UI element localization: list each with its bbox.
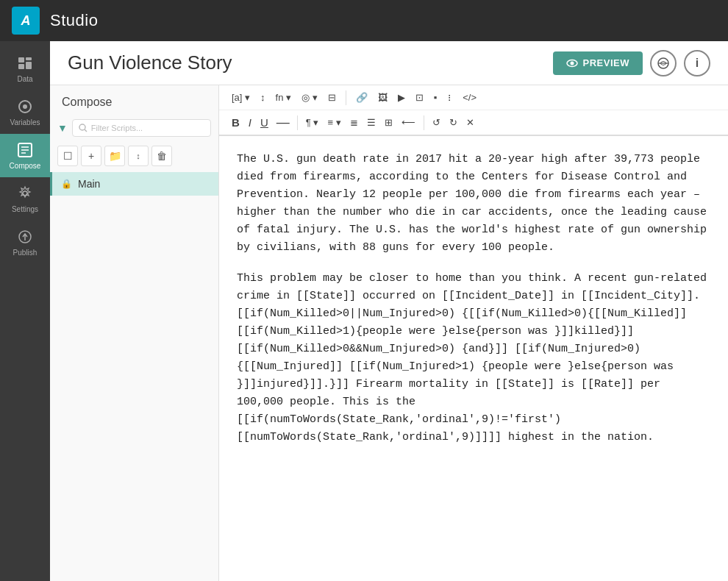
reorder-btn[interactable]: ↕ (257, 90, 269, 105)
checkbox-btn[interactable]: ☐ (57, 146, 78, 166)
svg-rect-3 (26, 62, 32, 69)
delete-script-btn[interactable]: 🗑 (151, 146, 172, 166)
sidebar-item-settings[interactable]: Settings (0, 177, 50, 221)
top-bar: A Studio (0, 0, 728, 41)
data-label: Data (17, 75, 32, 83)
image-btn[interactable]: 🖼 (374, 90, 391, 105)
function-btn[interactable]: fn ▾ (272, 90, 295, 105)
info-button[interactable]: i (684, 50, 710, 76)
sidebar-item-variables[interactable]: Variables (0, 90, 50, 134)
settings-label: Settings (12, 205, 38, 213)
content-area: Gun Violence Story PREVIEW (50, 41, 728, 581)
editor-content[interactable]: The U.S. gun death rate in 2017 hit a 20… (219, 136, 728, 581)
link-btn[interactable]: 🔗 (352, 90, 371, 105)
header-actions: PREVIEW i (553, 50, 710, 76)
svg-point-5 (23, 104, 27, 109)
share-button[interactable] (650, 50, 677, 76)
add-folder-btn[interactable]: 📁 (104, 146, 125, 166)
publish-icon (16, 228, 34, 246)
filter-placeholder: Filter Scripts... (91, 124, 143, 132)
header-bar: Gun Violence Story PREVIEW (50, 41, 728, 85)
lower-area: Compose ▼ Filter Scripts... ☐ + 📁 (50, 85, 728, 581)
data-icon (16, 54, 34, 72)
align-btn[interactable]: ≡ ▾ (324, 115, 344, 130)
list-unordered-btn[interactable]: ☰ (363, 115, 379, 130)
toolbar-sep1 (346, 90, 346, 105)
toolbar-sep3 (424, 115, 424, 130)
svg-point-17 (79, 124, 85, 130)
italic-btn[interactable]: I (245, 114, 255, 131)
filter-input-wrapper[interactable]: Filter Scripts... (72, 119, 211, 137)
script-actions: ☐ + 📁 ↕ 🗑 (50, 144, 218, 172)
add-script-btn[interactable]: + (81, 146, 101, 166)
settings-icon (16, 185, 34, 202)
redo-btn[interactable]: ↻ (446, 115, 461, 130)
code-btn[interactable]: </> (459, 90, 480, 105)
list-ordered-btn[interactable]: ≣ (346, 115, 362, 130)
preview-button[interactable]: PREVIEW (553, 51, 643, 75)
toolbar-row1: [a] ▾ ↕ fn ▾ ◎ ▾ ⊟ 🔗 🖼 ▶ ⊡ ▪ ⫶ </> (219, 85, 728, 110)
undo-btn[interactable]: ↺ (429, 115, 444, 130)
format-btn[interactable]: ◎ ▾ (298, 90, 321, 105)
toolbar-row2: B I U — ¶ ▾ ≡ ▾ ≣ ☰ ⊞ ⟵ ↺ ↻ ✕ (219, 110, 728, 136)
underline-btn[interactable]: U (257, 114, 272, 131)
info-icon: i (696, 57, 699, 70)
variables-icon (16, 98, 34, 115)
clear-formatting-btn[interactable]: ✕ (463, 115, 478, 130)
compose-icon (16, 141, 34, 159)
indent-btn[interactable]: ⊞ (381, 115, 396, 130)
variable-btn[interactable]: [a] ▾ (228, 90, 254, 105)
main-layout: Data Variables Compose (0, 41, 728, 581)
divider-btn[interactable]: ▪ (430, 90, 441, 105)
page-title: Gun Violence Story (68, 51, 232, 74)
table-btn[interactable]: ⊟ (324, 90, 340, 105)
script-item-main[interactable]: 🔒 Main (50, 172, 218, 196)
panel-title: Compose (50, 85, 218, 116)
filter-icon: ▼ (57, 122, 68, 134)
compose-label: Compose (10, 162, 41, 170)
svg-point-14 (570, 61, 574, 65)
toolbar-sep2 (297, 115, 298, 130)
chart-btn[interactable]: ⫶ (443, 90, 456, 105)
variables-label: Variables (10, 118, 40, 126)
svg-line-18 (85, 129, 87, 132)
app-logo: A (12, 7, 40, 35)
paragraph-btn[interactable]: ¶ ▾ (302, 115, 323, 130)
eye-icon (566, 57, 578, 69)
embed-btn[interactable]: ⊡ (412, 90, 427, 105)
editor-panel: [a] ▾ ↕ fn ▾ ◎ ▾ ⊟ 🔗 🖼 ▶ ⊡ ▪ ⫶ </> B (219, 85, 728, 581)
sidebar-item-publish[interactable]: Publish (0, 221, 50, 264)
script-name: Main (78, 178, 100, 190)
filter-row: ▼ Filter Scripts... (50, 116, 218, 144)
em-dash-btn[interactable]: — (274, 115, 293, 130)
video-btn[interactable]: ▶ (394, 90, 409, 105)
sidebar-item-data[interactable]: Data (0, 47, 50, 90)
svg-rect-0 (18, 57, 24, 63)
editor-paragraph1: The U.S. gun death rate in 2017 hit a 20… (237, 151, 710, 257)
sort-btn[interactable]: ↕ (128, 146, 149, 166)
search-icon (79, 124, 88, 132)
svg-rect-1 (26, 57, 32, 60)
publish-label: Publish (13, 249, 38, 257)
outdent-btn[interactable]: ⟵ (398, 115, 419, 130)
scripts-panel: Compose ▼ Filter Scripts... ☐ + 📁 (50, 85, 219, 581)
lock-icon: 🔒 (61, 179, 72, 189)
editor-paragraph2: This problem may be closer to home than … (237, 270, 710, 446)
sidebar-icons: Data Variables Compose (0, 41, 50, 581)
app-title: Studio (50, 11, 98, 30)
svg-rect-2 (18, 64, 24, 69)
sidebar-item-compose[interactable]: Compose (0, 134, 50, 177)
share-icon (657, 57, 670, 70)
bold-btn[interactable]: B (228, 114, 243, 131)
